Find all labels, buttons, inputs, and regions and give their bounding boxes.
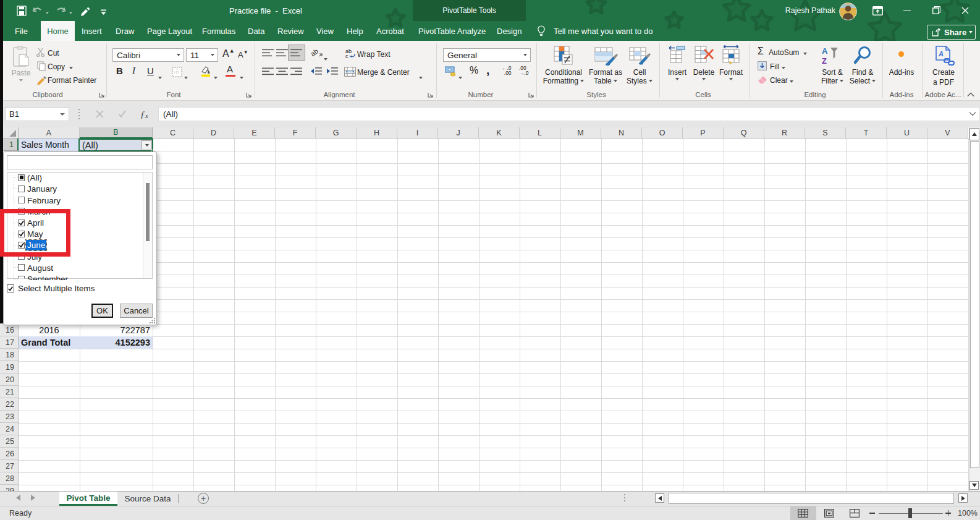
svg-text:f: f (141, 110, 145, 119)
svg-text:A: A (938, 50, 944, 58)
svg-text:c: c (345, 53, 348, 59)
svg-text:Z: Z (822, 56, 827, 66)
svg-text:x: x (145, 112, 148, 119)
svg-text:ab: ab (311, 48, 319, 58)
svg-text:A: A (822, 46, 828, 56)
